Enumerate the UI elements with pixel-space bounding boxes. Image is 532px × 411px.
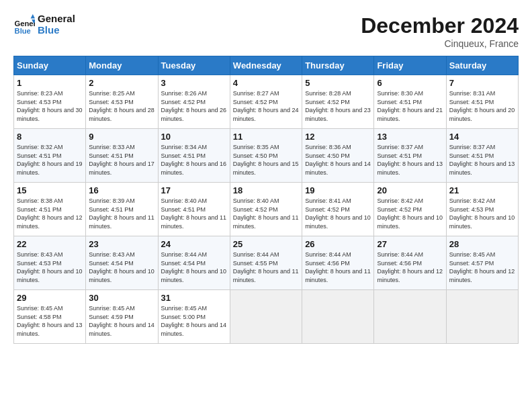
day-number: 5	[305, 78, 371, 88]
day-info: Sunrise: 8:45 AMSunset: 4:59 PMDaylight:…	[89, 304, 154, 338]
day-number: 27	[377, 239, 443, 249]
day-number: 25	[233, 239, 299, 249]
calendar-cell: 22 Sunrise: 8:43 AMSunset: 4:53 PMDaylig…	[14, 236, 86, 290]
logo-line1: General	[38, 13, 75, 25]
day-number: 15	[17, 185, 83, 195]
calendar-cell: 5 Sunrise: 8:28 AMSunset: 4:52 PMDayligh…	[302, 75, 374, 129]
calendar-cell: 1 Sunrise: 8:23 AMSunset: 4:53 PMDayligh…	[14, 75, 86, 129]
logo-icon: General Blue	[13, 14, 35, 36]
day-number: 16	[89, 185, 154, 195]
day-info: Sunrise: 8:25 AMSunset: 4:53 PMDaylight:…	[89, 89, 154, 123]
day-info: Sunrise: 8:27 AMSunset: 4:52 PMDaylight:…	[233, 89, 299, 123]
day-number: 6	[377, 78, 443, 88]
day-number: 24	[161, 239, 227, 249]
day-number: 9	[89, 132, 154, 142]
day-info: Sunrise: 8:42 AMSunset: 4:53 PMDaylight:…	[449, 197, 515, 230]
calendar-cell: 10 Sunrise: 8:34 AMSunset: 4:51 PMDaylig…	[158, 129, 230, 183]
week-row-3: 15 Sunrise: 8:38 AMSunset: 4:51 PMDaylig…	[14, 183, 519, 236]
calendar-cell: 4 Sunrise: 8:27 AMSunset: 4:52 PMDayligh…	[230, 75, 302, 129]
calendar-cell: 9 Sunrise: 8:33 AMSunset: 4:51 PMDayligh…	[86, 129, 158, 183]
day-info: Sunrise: 8:31 AMSunset: 4:51 PMDaylight:…	[449, 89, 515, 123]
header-friday: Friday	[374, 56, 446, 75]
day-info: Sunrise: 8:42 AMSunset: 4:52 PMDaylight:…	[377, 197, 443, 230]
week-row-5: 29 Sunrise: 8:45 AMSunset: 4:58 PMDaylig…	[14, 290, 519, 344]
calendar-cell: 7 Sunrise: 8:31 AMSunset: 4:51 PMDayligh…	[446, 75, 518, 129]
day-number: 30	[89, 293, 154, 303]
day-info: Sunrise: 8:45 AMSunset: 4:57 PMDaylight:…	[449, 250, 515, 284]
page-header: General Blue General Blue December 2024 …	[13, 13, 519, 49]
day-info: Sunrise: 8:43 AMSunset: 4:53 PMDaylight:…	[17, 250, 83, 284]
day-number: 12	[305, 132, 371, 142]
day-number: 1	[17, 78, 83, 88]
calendar-cell	[230, 290, 302, 344]
logo-line2: Blue	[38, 25, 75, 36]
day-number: 10	[161, 132, 227, 142]
calendar-cell: 6 Sunrise: 8:30 AMSunset: 4:51 PMDayligh…	[374, 75, 446, 129]
header-wednesday: Wednesday	[230, 56, 302, 75]
calendar-cell: 26 Sunrise: 8:44 AMSunset: 4:56 PMDaylig…	[302, 236, 374, 290]
title-area: December 2024 Cinqueux, France	[361, 13, 519, 49]
day-number: 11	[233, 132, 299, 142]
calendar-cell	[374, 290, 446, 344]
day-number: 26	[305, 239, 371, 249]
day-info: Sunrise: 8:39 AMSunset: 4:51 PMDaylight:…	[89, 197, 154, 230]
day-number: 13	[377, 132, 443, 142]
day-number: 21	[449, 185, 515, 195]
calendar-cell: 31 Sunrise: 8:45 AMSunset: 5:00 PMDaylig…	[158, 290, 230, 344]
day-number: 28	[449, 239, 515, 249]
header-tuesday: Tuesday	[158, 56, 230, 75]
calendar-cell: 21 Sunrise: 8:42 AMSunset: 4:53 PMDaylig…	[446, 183, 518, 236]
day-info: Sunrise: 8:43 AMSunset: 4:54 PMDaylight:…	[89, 250, 154, 284]
day-number: 18	[233, 185, 299, 195]
header-thursday: Thursday	[302, 56, 374, 75]
calendar-cell: 27 Sunrise: 8:44 AMSunset: 4:56 PMDaylig…	[374, 236, 446, 290]
week-row-2: 8 Sunrise: 8:32 AMSunset: 4:51 PMDayligh…	[14, 129, 519, 183]
header-sunday: Sunday	[14, 56, 86, 75]
calendar-table: SundayMondayTuesdayWednesdayThursdayFrid…	[13, 56, 519, 344]
day-info: Sunrise: 8:38 AMSunset: 4:51 PMDaylight:…	[17, 197, 83, 230]
calendar-header-row: SundayMondayTuesdayWednesdayThursdayFrid…	[14, 56, 519, 75]
day-info: Sunrise: 8:44 AMSunset: 4:54 PMDaylight:…	[161, 250, 227, 284]
location: Cinqueux, France	[361, 38, 519, 49]
day-number: 20	[377, 185, 443, 195]
month-title: December 2024	[361, 13, 519, 38]
calendar-cell: 14 Sunrise: 8:37 AMSunset: 4:51 PMDaylig…	[446, 129, 518, 183]
calendar-cell: 16 Sunrise: 8:39 AMSunset: 4:51 PMDaylig…	[86, 183, 158, 236]
day-number: 19	[305, 185, 371, 195]
calendar-cell: 24 Sunrise: 8:44 AMSunset: 4:54 PMDaylig…	[158, 236, 230, 290]
day-info: Sunrise: 8:35 AMSunset: 4:50 PMDaylight:…	[233, 143, 299, 177]
day-number: 7	[449, 78, 515, 88]
week-row-4: 22 Sunrise: 8:43 AMSunset: 4:53 PMDaylig…	[14, 236, 519, 290]
day-info: Sunrise: 8:30 AMSunset: 4:51 PMDaylight:…	[377, 89, 443, 123]
calendar-cell: 17 Sunrise: 8:40 AMSunset: 4:51 PMDaylig…	[158, 183, 230, 236]
calendar-cell: 13 Sunrise: 8:37 AMSunset: 4:51 PMDaylig…	[374, 129, 446, 183]
day-info: Sunrise: 8:33 AMSunset: 4:51 PMDaylight:…	[89, 143, 154, 177]
day-number: 29	[17, 293, 83, 303]
calendar-cell: 18 Sunrise: 8:40 AMSunset: 4:52 PMDaylig…	[230, 183, 302, 236]
day-info: Sunrise: 8:44 AMSunset: 4:55 PMDaylight:…	[233, 250, 299, 284]
calendar-cell: 2 Sunrise: 8:25 AMSunset: 4:53 PMDayligh…	[86, 75, 158, 129]
day-info: Sunrise: 8:44 AMSunset: 4:56 PMDaylight:…	[305, 250, 371, 284]
calendar-cell: 29 Sunrise: 8:45 AMSunset: 4:58 PMDaylig…	[14, 290, 86, 344]
calendar-cell: 11 Sunrise: 8:35 AMSunset: 4:50 PMDaylig…	[230, 129, 302, 183]
svg-text:Blue: Blue	[15, 26, 31, 34]
day-info: Sunrise: 8:45 AMSunset: 4:58 PMDaylight:…	[17, 304, 83, 338]
day-info: Sunrise: 8:45 AMSunset: 5:00 PMDaylight:…	[161, 304, 227, 338]
calendar-cell: 25 Sunrise: 8:44 AMSunset: 4:55 PMDaylig…	[230, 236, 302, 290]
day-number: 4	[233, 78, 299, 88]
logo: General Blue General Blue	[13, 13, 75, 36]
day-info: Sunrise: 8:26 AMSunset: 4:52 PMDaylight:…	[161, 89, 227, 123]
svg-text:General: General	[15, 19, 35, 27]
day-number: 8	[17, 132, 83, 142]
calendar-cell: 3 Sunrise: 8:26 AMSunset: 4:52 PMDayligh…	[158, 75, 230, 129]
day-info: Sunrise: 8:40 AMSunset: 4:52 PMDaylight:…	[233, 197, 299, 230]
calendar-cell: 23 Sunrise: 8:43 AMSunset: 4:54 PMDaylig…	[86, 236, 158, 290]
day-info: Sunrise: 8:34 AMSunset: 4:51 PMDaylight:…	[161, 143, 227, 177]
header-monday: Monday	[86, 56, 158, 75]
header-saturday: Saturday	[446, 56, 518, 75]
svg-marker-2	[31, 14, 35, 18]
day-number: 23	[89, 239, 154, 249]
day-number: 31	[161, 293, 227, 303]
day-info: Sunrise: 8:40 AMSunset: 4:51 PMDaylight:…	[161, 197, 227, 230]
week-row-1: 1 Sunrise: 8:23 AMSunset: 4:53 PMDayligh…	[14, 75, 519, 129]
